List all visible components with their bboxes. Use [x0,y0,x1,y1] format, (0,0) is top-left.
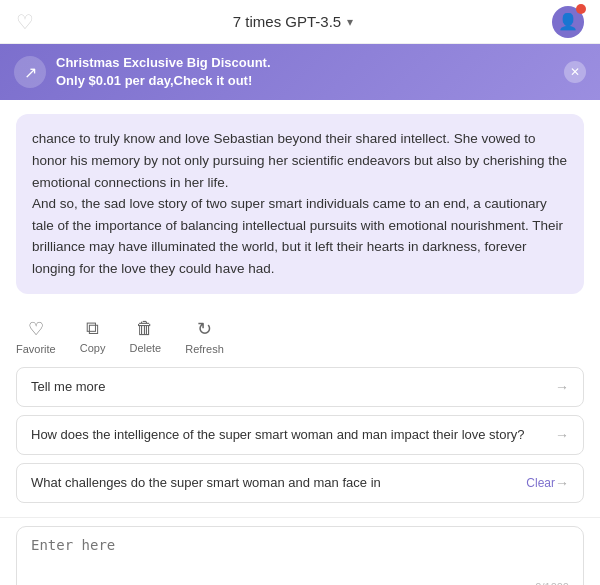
copy-label: Copy [80,342,106,354]
promo-content: ↗ Christmas Exclusive Big Discount. Only… [14,54,271,90]
promo-close-button[interactable]: ✕ [564,61,586,83]
chat-text: chance to truly know and love Sebastian … [32,131,567,276]
input-area: 0/1000 [0,517,600,585]
header: ♡ 7 times GPT-3.5 ▾ 👤 [0,0,600,44]
suggestion-text: Tell me more [31,378,555,396]
promo-banner: ↗ Christmas Exclusive Big Discount. Only… [0,44,600,100]
refresh-label: Refresh [185,343,224,355]
delete-action[interactable]: 🗑 Delete [129,318,161,354]
suggestion-item-last[interactable]: What challenges do the super smart woman… [16,463,584,503]
chevron-down-icon: ▾ [347,15,353,29]
favorite-label: Favorite [16,343,56,355]
input-box: 0/1000 [16,526,584,585]
refresh-action[interactable]: ↻ Refresh [185,318,224,355]
promo-arrow-icon: ↗ [14,56,46,88]
character-counter: 0/1000 [31,581,569,585]
copy-icon: ⧉ [86,318,99,339]
chat-content: chance to truly know and love Sebastian … [0,100,600,307]
suggestion-item[interactable]: How does the intelligence of the super s… [16,415,584,455]
suggestion-text: How does the intelligence of the super s… [31,426,555,444]
trash-icon: 🗑 [136,318,154,339]
favorite-icon[interactable]: ♡ [16,10,34,34]
clear-button[interactable]: Clear [526,476,555,490]
message-input[interactable] [31,537,569,573]
suggestion-text: What challenges do the super smart woman… [31,474,526,492]
model-selector[interactable]: 7 times GPT-3.5 ▾ [233,13,353,30]
favorite-action[interactable]: ♡ Favorite [16,318,56,355]
heart-icon: ♡ [28,318,44,340]
delete-label: Delete [129,342,161,354]
suggestion-item[interactable]: Tell me more → [16,367,584,407]
suggestions-list: Tell me more → How does the intelligence… [0,361,600,518]
user-icon: 👤 [558,12,578,31]
avatar[interactable]: 👤 [552,6,584,38]
copy-action[interactable]: ⧉ Copy [80,318,106,354]
refresh-icon: ↻ [197,318,212,340]
arrow-icon: → [555,427,569,443]
promo-text: Christmas Exclusive Big Discount. Only $… [56,54,271,90]
chat-bubble: chance to truly know and love Sebastian … [16,114,584,293]
arrow-icon: → [555,475,569,491]
action-bar: ♡ Favorite ⧉ Copy 🗑 Delete ↻ Refresh [0,308,600,361]
arrow-icon: → [555,379,569,395]
model-title: 7 times GPT-3.5 [233,13,341,30]
